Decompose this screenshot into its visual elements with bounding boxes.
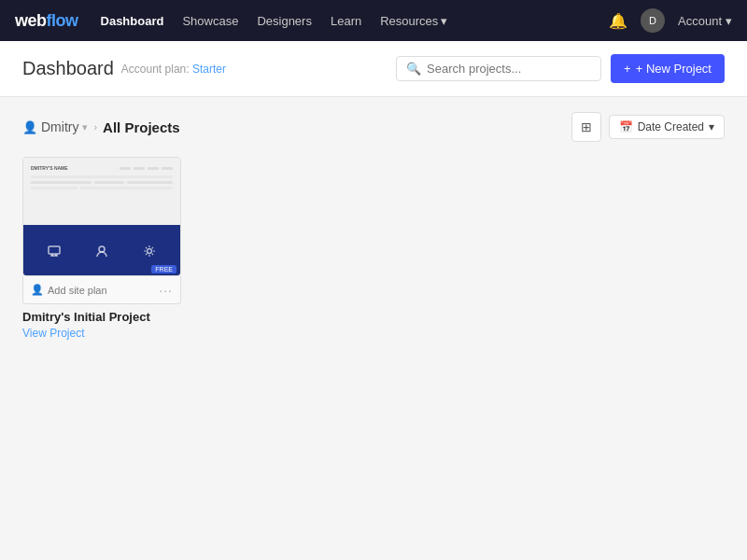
breadcrumb-right: ⊞ 📅 Date Created ▾	[571, 112, 725, 142]
user-plan-icon: 👤	[31, 284, 44, 296]
header-right: 🔍 + + New Project	[396, 54, 725, 83]
svg-point-4	[99, 246, 105, 252]
plus-icon: +	[624, 62, 631, 76]
thumb-icon-settings	[140, 242, 159, 260]
chevron-down-icon: ▾	[726, 14, 732, 28]
project-thumbnail[interactable]: DMITRY'S NAME	[22, 157, 181, 276]
bell-icon[interactable]: 🔔	[609, 12, 627, 30]
account-menu[interactable]: Account ▾	[678, 14, 732, 28]
search-box[interactable]: 🔍	[396, 56, 601, 81]
user-icon: 👤	[22, 120, 37, 134]
new-project-button[interactable]: + + New Project	[611, 54, 725, 83]
page-title: Dashboard	[22, 58, 114, 79]
nav-links: Dashboard Showcase Designers Learn Resou…	[101, 14, 587, 28]
svg-rect-0	[49, 246, 60, 254]
card-footer: 👤 Add site plan ···	[22, 276, 181, 304]
sort-button[interactable]: 📅 Date Created ▾	[609, 115, 725, 139]
plan-link[interactable]: Starter	[192, 63, 226, 76]
grid-icon: ⊞	[581, 119, 592, 134]
nav-designers[interactable]: Designers	[257, 14, 312, 28]
all-projects-label: All Projects	[103, 119, 180, 135]
search-input[interactable]	[427, 62, 591, 76]
thumb-icon-user	[92, 242, 111, 260]
breadcrumb-user[interactable]: 👤 Dmitry ▾	[22, 119, 88, 134]
nav-resources[interactable]: Resources ▾	[380, 14, 447, 28]
nav-learn[interactable]: Learn	[331, 14, 361, 28]
search-icon: 🔍	[406, 62, 421, 76]
thumb-icon-monitor	[45, 242, 63, 260]
calendar-icon: 📅	[619, 120, 633, 133]
project-grid: DMITRY'S NAME	[22, 157, 725, 341]
nav-dashboard[interactable]: Dashboard	[101, 14, 164, 28]
project-name: Dmitry's Initial Project	[22, 310, 181, 324]
view-project-link[interactable]: View Project	[22, 327, 84, 340]
add-site-plan[interactable]: 👤 Add site plan	[31, 284, 107, 296]
header-bar: Dashboard Account plan: Starter 🔍 + + Ne…	[0, 41, 747, 97]
project-card[interactable]: DMITRY'S NAME	[22, 157, 181, 341]
plan-tag: FREE	[151, 265, 176, 273]
breadcrumb-bar: 👤 Dmitry ▾ › All Projects ⊞ 📅 Date Creat…	[22, 112, 725, 142]
chevron-icon: ▾	[82, 121, 88, 133]
thumbnail-toolbar: FREE	[23, 225, 180, 276]
separator: ›	[93, 121, 97, 133]
content-area: 👤 Dmitry ▾ › All Projects ⊞ 📅 Date Creat…	[0, 97, 747, 356]
nav-showcase[interactable]: Showcase	[182, 14, 238, 28]
account-plan: Account plan: Starter	[121, 63, 226, 76]
chevron-down-icon: ▾	[709, 120, 714, 133]
svg-point-5	[147, 249, 151, 254]
more-options-button[interactable]: ···	[159, 283, 173, 298]
navbar: webwebflowflow Dashboard Showcase Design…	[0, 0, 747, 41]
logo[interactable]: webwebflowflow	[15, 11, 78, 31]
chevron-down-icon: ▾	[441, 14, 447, 28]
nav-right: 🔔 D Account ▾	[609, 8, 732, 33]
avatar[interactable]: D	[641, 8, 665, 33]
breadcrumb: 👤 Dmitry ▾ › All Projects	[22, 119, 180, 135]
thumbnail-preview: DMITRY'S NAME	[23, 158, 180, 225]
view-toggle-button[interactable]: ⊞	[571, 112, 601, 142]
